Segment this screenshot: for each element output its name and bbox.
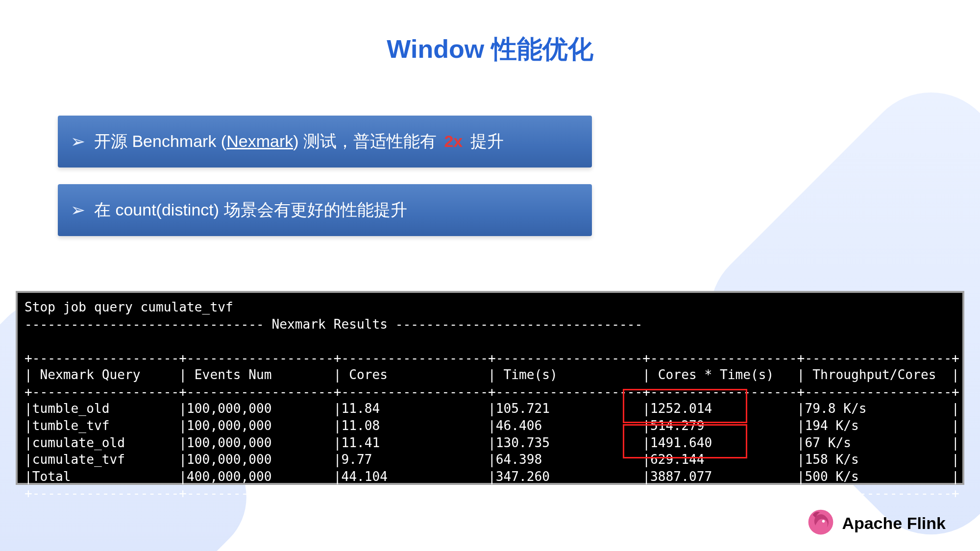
- terminal-separator: +-------------------+-------------------…: [24, 384, 959, 399]
- bullet-segment: 提升: [466, 132, 503, 150]
- terminal-separator: +-------------------+-------------------…: [24, 351, 959, 365]
- flink-squirrel-icon: [807, 508, 835, 538]
- svg-point-0: [808, 510, 833, 535]
- svg-point-1: [822, 520, 825, 522]
- slide-title: Window 性能优化: [0, 0, 980, 67]
- terminal-text: Stop job query cumulate_tvf ------------…: [24, 299, 956, 536]
- table-row: |Total |400,000,000 |44.104 |347.260 |38…: [24, 469, 959, 484]
- table-row: |tumble_tvf |100,000,000 |11.08 |46.406 …: [24, 418, 959, 433]
- chevron-right-icon: ➢: [71, 200, 85, 220]
- bullet-text: 在 count(distinct) 场景会有更好的性能提升: [94, 199, 407, 221]
- table-row: |tumble_old |100,000,000 |11.84 |105.721…: [24, 401, 959, 416]
- speedup-highlight: 2x: [444, 132, 463, 150]
- footer-logo: Apache Flink: [807, 508, 946, 538]
- table-row: |cumulate_old |100,000,000 |11.41 |130.7…: [24, 435, 959, 450]
- terminal-header-row: | Nexmark Query | Events Num | Cores | T…: [24, 367, 959, 382]
- table-row: |cumulate_tvf |100,000,000 |9.77 |64.398…: [24, 452, 959, 467]
- bullet-text: 开源 Benchmark (Nexmark) 测试，普适性能有 2x 提升: [94, 130, 504, 153]
- chevron-right-icon: ➢: [71, 131, 85, 152]
- bullet-count-distinct: ➢ 在 count(distinct) 场景会有更好的性能提升: [58, 184, 592, 236]
- bullet-list: ➢ 开源 Benchmark (Nexmark) 测试，普适性能有 2x 提升 …: [58, 116, 980, 236]
- footer-text: Apache Flink: [842, 514, 946, 533]
- terminal-line: ------------------------------- Nexmark …: [24, 317, 642, 332]
- terminal-output: Stop job query cumulate_tvf ------------…: [16, 291, 964, 485]
- bullet-benchmark: ➢ 开源 Benchmark (Nexmark) 测试，普适性能有 2x 提升: [58, 116, 592, 168]
- nexmark-link[interactable]: Nexmark: [226, 132, 293, 150]
- bullet-segment: 开源 Benchmark (: [94, 132, 226, 150]
- terminal-separator: +-------------------+-------------------…: [24, 486, 959, 501]
- bullet-segment: ) 测试，普适性能有: [293, 132, 441, 150]
- terminal-line: Stop job query cumulate_tvf: [24, 300, 233, 314]
